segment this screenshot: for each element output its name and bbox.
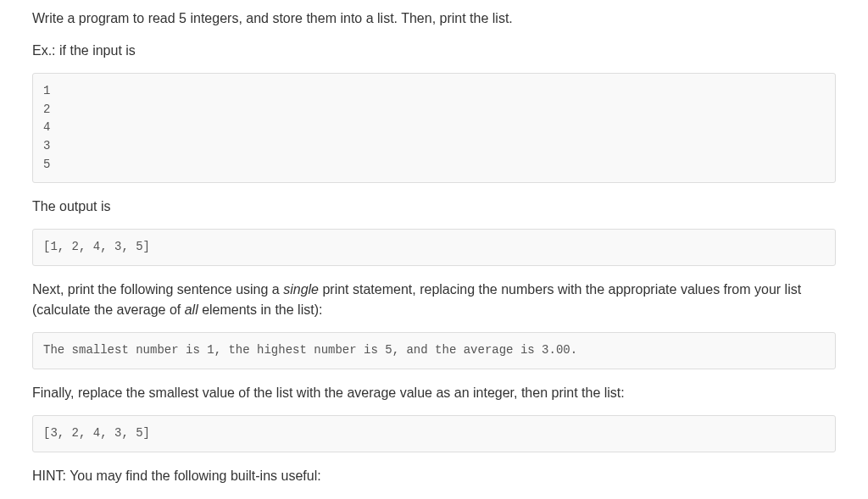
final-code-block: [3, 2, 4, 3, 5]: [32, 415, 836, 452]
next-text-1: Next, print the following sentence using…: [32, 282, 283, 297]
sentence-code-block: The smallest number is 1, the highest nu…: [32, 332, 836, 369]
output-code-block: [1, 2, 4, 3, 5]: [32, 229, 836, 266]
intro-paragraph: Write a program to read 5 integers, and …: [32, 8, 836, 29]
all-word: all: [185, 302, 198, 317]
input-code-block: 1 2 4 3 5: [32, 73, 836, 183]
hint-paragraph: HINT: You may find the following built-i…: [32, 466, 836, 486]
single-word: single: [283, 282, 319, 297]
finally-paragraph: Finally, replace the smallest value of t…: [32, 383, 836, 403]
output-prefix: The output is: [32, 197, 836, 217]
next-paragraph: Next, print the following sentence using…: [32, 280, 836, 320]
example-prefix: Ex.: if the input is: [32, 41, 836, 61]
next-text-3: elements in the list):: [198, 302, 323, 317]
